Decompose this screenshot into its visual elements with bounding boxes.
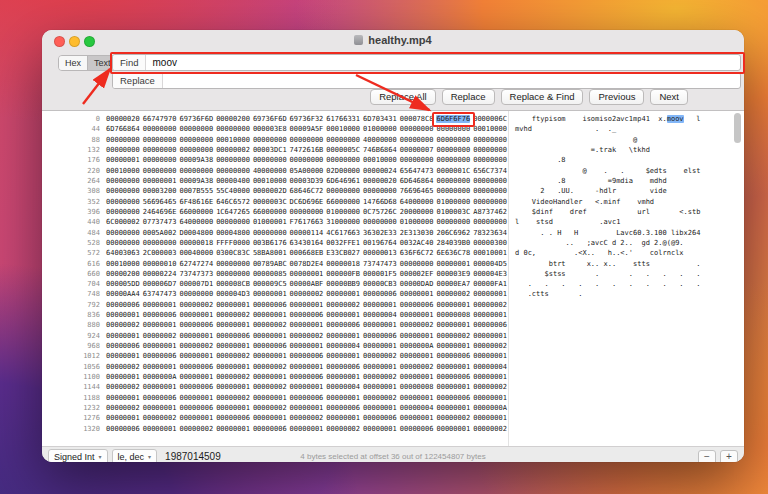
hex-group[interactable]: 00000001 xyxy=(436,342,470,350)
hex-group[interactable]: 6D766864 xyxy=(106,125,140,133)
hex-group[interactable]: 01000000 xyxy=(400,218,434,226)
hex-group[interactable]: E33CB027 xyxy=(326,249,360,257)
ascii-text[interactable]: .ctts . xyxy=(515,290,700,298)
hex-group[interactable]: 0078D2E4 xyxy=(290,260,324,268)
hex-group[interactable]: 00000002 xyxy=(253,404,287,412)
ascii-text[interactable]: ftypisom isomiso2avc1mp41 x.moov l xyxy=(515,115,700,123)
hex-group[interactable]: 00000001 xyxy=(179,414,213,422)
hex-group[interactable]: 00000001 xyxy=(363,301,397,309)
hex-group[interactable]: 00000001 xyxy=(179,394,213,402)
hex-group[interactable]: 00000BB9 xyxy=(326,280,360,288)
hex-group[interactable]: 00000006 xyxy=(436,394,470,402)
hex-group[interactable]: 000007D1 xyxy=(179,280,213,288)
hex-group[interactable]: 00000001 xyxy=(290,321,324,329)
hex-group[interactable]: 00000006 xyxy=(363,290,397,298)
hex-group[interactable]: 00000002 xyxy=(216,352,250,360)
hex-group[interactable]: 00000006 xyxy=(179,363,213,371)
hex-group[interactable]: 00000001 xyxy=(363,383,397,391)
hex-group[interactable]: 00000006 xyxy=(290,394,324,402)
hex-group[interactable]: 746B6864 xyxy=(363,146,397,154)
ascii-text[interactable] xyxy=(515,342,700,350)
hex-group[interactable]: 00000002 xyxy=(179,301,213,309)
replace-button[interactable]: Replace xyxy=(442,89,495,105)
hex-group[interactable]: 00000001 xyxy=(253,414,287,422)
hex-group[interactable]: 00000000 xyxy=(106,177,140,185)
scrollbar-thumb[interactable] xyxy=(734,113,741,143)
replace-all-button[interactable]: Replace All xyxy=(370,89,436,105)
hex-group[interactable]: 20000000 xyxy=(400,208,434,216)
ascii-text[interactable] xyxy=(515,363,700,371)
hex-group[interactable]: 000003E9 xyxy=(436,270,470,278)
hex-group[interactable]: 00000001 xyxy=(106,332,140,340)
hex-group[interactable]: 00000001 xyxy=(216,425,250,433)
hex-group[interactable]: 0000000A xyxy=(400,342,434,350)
hex-group[interactable]: 00196764 xyxy=(363,239,397,247)
hex-group[interactable]: 00000001 xyxy=(216,363,250,371)
hex-group[interactable]: 00000001 xyxy=(400,414,434,422)
hex-group[interactable]: 00000000 xyxy=(106,136,140,144)
hex-group[interactable]: 00000006 xyxy=(290,311,324,319)
hex-group[interactable]: 69736F32 xyxy=(290,115,324,123)
hex-group[interactable]: 00000001 xyxy=(216,321,250,329)
hex-group[interactable]: 00000001 xyxy=(363,321,397,329)
hex-group[interactable]: 62747274 xyxy=(179,260,213,268)
hex-group[interactable]: 01000001 xyxy=(253,218,287,226)
hex-group[interactable]: 00000002 xyxy=(473,383,507,391)
hex-group[interactable]: 00000000 xyxy=(436,187,470,195)
hex-group[interactable]: 00000000 xyxy=(436,218,470,226)
hex-group[interactable]: 00000018 xyxy=(179,239,213,247)
hex-group[interactable]: 00000000 xyxy=(400,260,434,268)
hex-row[interactable]: 30800000000000032000007B55555C4000000000… xyxy=(42,186,744,196)
hex-row[interactable]: 8800000000000000000000000000010000000000… xyxy=(42,135,744,145)
hex-group[interactable]: 63430164 xyxy=(290,239,324,247)
hex-row[interactable]: 446D766864000000000000000000000000000003… xyxy=(42,124,744,134)
hex-group[interactable]: 76696465 xyxy=(400,187,434,195)
hex-group[interactable]: 00000006 xyxy=(290,352,324,360)
hex-group[interactable]: 00000001 xyxy=(473,290,507,298)
hex-group[interactable]: 00000200 xyxy=(216,115,250,123)
hex-group[interactable]: 40000000 xyxy=(253,167,287,175)
hex-group[interactable]: 00004800 xyxy=(216,229,250,237)
hex-group[interactable]: 00000001 xyxy=(143,425,177,433)
hex-row[interactable]: 8360000000100000006000000010000000200000… xyxy=(42,310,744,320)
hex-group[interactable]: 00000000 xyxy=(400,125,434,133)
decrease-font-button[interactable]: − xyxy=(698,450,716,462)
selected-ascii[interactable]: moov xyxy=(667,115,684,123)
hex-group[interactable]: 00000000 xyxy=(143,146,177,154)
hex-row[interactable]: 1276000000010000000200000001000000060000… xyxy=(42,413,744,423)
hex-group[interactable]: 00000008 xyxy=(436,311,470,319)
hex-group[interactable]: 00000000 xyxy=(290,156,324,164)
hex-row[interactable]: 264000000000000000100009A380000040000010… xyxy=(42,176,744,186)
hex-row[interactable]: 35200000000566964656F48616E646C657200000… xyxy=(42,197,744,207)
hex-group[interactable]: 00000000 xyxy=(363,218,397,226)
ascii-text[interactable] xyxy=(515,332,700,340)
hex-group[interactable]: 6D646864 xyxy=(400,177,434,185)
hex-group[interactable]: 00003200 xyxy=(143,187,177,195)
hex-group[interactable]: 00000006 xyxy=(363,414,397,422)
hex-group[interactable]: 00000006 xyxy=(253,342,287,350)
hex-group[interactable]: A8737462 xyxy=(473,208,507,216)
hex-group[interactable]: 00000000 xyxy=(143,239,177,247)
hex-group[interactable]: 00000DAD xyxy=(400,280,434,288)
hex-group[interactable]: 00000000 xyxy=(473,198,507,206)
hex-group[interactable]: 00000000 xyxy=(179,290,213,298)
hex-row[interactable]: 1100000000010000000A00000001000000020000… xyxy=(42,372,744,382)
hex-group[interactable]: 00000001 xyxy=(216,383,250,391)
find-field[interactable]: Find moov xyxy=(112,54,741,71)
hex-group[interactable]: 66000000 xyxy=(326,198,360,206)
hex-group[interactable]: 00000006 xyxy=(363,332,397,340)
hex-group[interactable]: 0000005C xyxy=(326,146,360,154)
hex-group[interactable]: 64000000 xyxy=(179,218,213,226)
hex-group[interactable]: 00000001 xyxy=(216,404,250,412)
hex-group[interactable]: 00000000 xyxy=(473,156,507,164)
hex-group[interactable]: 00000EA7 xyxy=(436,280,470,288)
hex-group[interactable]: 00000001 xyxy=(179,311,213,319)
hex-group[interactable]: 00000001 xyxy=(326,332,360,340)
hex-group[interactable]: D0004800 xyxy=(179,229,213,237)
hex-row[interactable]: 1320000000060000000100000002000000010000… xyxy=(42,423,744,433)
ascii-text[interactable]: 2 .UU. -hdlr vide xyxy=(515,187,700,195)
hex-group[interactable]: 00000000 xyxy=(143,125,177,133)
hex-group[interactable]: 00000004 xyxy=(326,383,360,391)
hex-group[interactable]: 000001F5 xyxy=(363,270,397,278)
hex-group[interactable]: 00000006 xyxy=(253,425,287,433)
